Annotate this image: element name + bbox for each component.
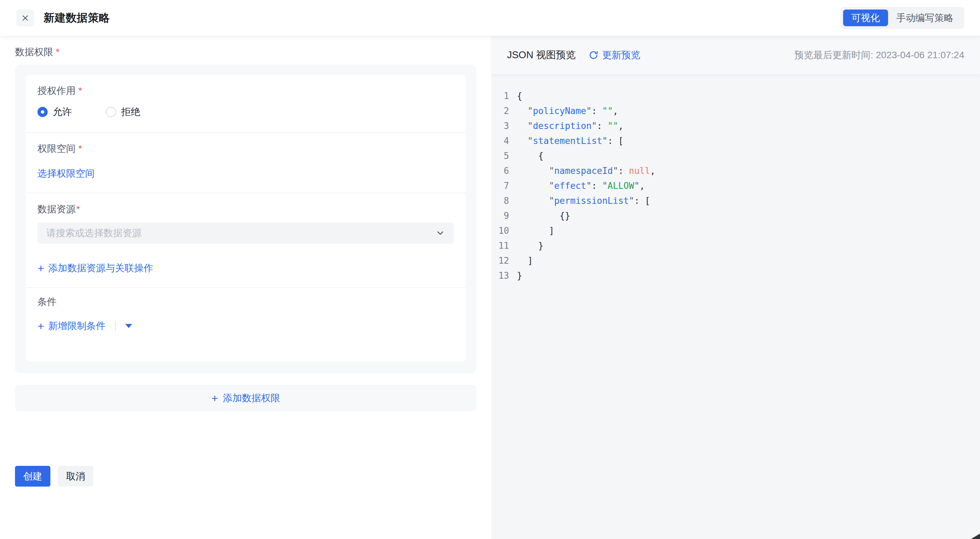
line-number: 8	[492, 193, 509, 208]
required-asterisk: *	[76, 204, 80, 214]
close-icon	[21, 14, 30, 22]
required-asterisk: *	[56, 47, 60, 57]
vertical-divider	[115, 321, 116, 331]
plus-icon: +	[37, 263, 44, 274]
refresh-preview-link[interactable]: 更新预览	[589, 49, 640, 62]
main-area: 数据权限 * 授权作用 * 允许	[0, 36, 980, 539]
json-code: 1{2 "policyName": "",3 "description": ""…	[492, 74, 980, 539]
add-resource-link[interactable]: + 添加数据资源与关联操作	[37, 263, 153, 274]
code-line: 5 {	[492, 148, 980, 163]
radio-allow-label: 允许	[53, 106, 72, 119]
mode-toggle: 可视化 手动编写策略	[840, 7, 964, 29]
radio-deny[interactable]: 拒绝	[106, 106, 140, 119]
caret-down-icon[interactable]	[125, 324, 132, 328]
chevron-down-icon	[436, 228, 445, 238]
code-text: {	[517, 148, 544, 163]
code-line: 1{	[492, 89, 980, 103]
json-preview-pane: JSON 视图预览 更新预览 预览最后更新时间: 2023-04-06 21:0…	[492, 36, 980, 539]
line-number: 7	[492, 178, 509, 193]
line-number: 9	[492, 208, 509, 223]
resource-label: 数据资源 *	[37, 204, 454, 214]
required-asterisk: *	[78, 86, 82, 96]
code-line: 10 ]	[492, 223, 980, 238]
code-line: 6 "namespaceId": null,	[492, 163, 980, 178]
section-condition: 条件 + 新增限制条件	[26, 288, 466, 361]
close-button[interactable]	[16, 10, 34, 27]
mode-visual-button[interactable]: 可视化	[843, 10, 888, 26]
line-number: 1	[492, 89, 509, 103]
line-number: 2	[492, 103, 509, 119]
add-permission-button[interactable]: + 添加数据权限	[15, 385, 476, 411]
add-resource-link-label: 添加数据资源与关联操作	[48, 263, 153, 274]
permission-card: 授权作用 * 允许 拒绝	[15, 65, 476, 373]
code-text: "effect": "ALLOW",	[517, 178, 645, 193]
statement-card: 授权作用 * 允许 拒绝	[26, 75, 466, 361]
required-asterisk: *	[78, 144, 82, 154]
code-line: 8 "permissionList": [	[492, 193, 980, 208]
section-namespace: 权限空间 * 选择权限空间	[26, 133, 466, 193]
code-line: 3 "description": "",	[492, 119, 980, 133]
resource-select-placeholder: 请搜索或选择数据资源	[46, 227, 436, 239]
cursor-artifact	[971, 534, 980, 539]
top-bar: 新建数据策略 可视化 手动编写策略	[0, 0, 980, 36]
effect-label-text: 授权作用	[37, 86, 76, 96]
add-permission-label: 添加数据权限	[223, 392, 280, 404]
condition-label-text: 条件	[37, 297, 57, 307]
resource-select[interactable]: 请搜索或选择数据资源	[37, 222, 454, 244]
group-label-data-permission: 数据权限 *	[15, 47, 476, 57]
add-condition-link-label: 新增限制条件	[48, 320, 105, 331]
code-text: {	[517, 89, 522, 103]
plus-icon: +	[37, 320, 44, 331]
code-text: ]	[517, 223, 554, 238]
code-text: "namespaceId": null,	[517, 163, 655, 178]
add-resource-row: + 添加数据资源与关联操作	[37, 263, 454, 274]
policy-form-pane: 数据权限 * 授权作用 * 允许	[0, 36, 492, 539]
add-condition-link[interactable]: + 新增限制条件	[37, 320, 105, 331]
namespace-label-text: 权限空间	[37, 144, 76, 154]
radio-deny-label: 拒绝	[121, 106, 140, 119]
radio-unselected-icon	[106, 107, 116, 117]
line-number: 5	[492, 148, 509, 163]
condition-add-row: + 新增限制条件	[37, 320, 454, 331]
code-text: }	[517, 268, 522, 283]
code-text: "description": "",	[517, 119, 624, 133]
app-window: 新建数据策略 可视化 手动编写策略 数据权限 * 授权作用 *	[0, 0, 980, 539]
radio-allow[interactable]: 允许	[37, 106, 72, 119]
code-line: 12 ]	[492, 253, 980, 268]
code-line: 13}	[492, 268, 980, 283]
condition-label: 条件	[37, 297, 454, 307]
mode-manual-button[interactable]: 手动编写策略	[888, 10, 962, 26]
line-number: 12	[492, 253, 509, 268]
code-text: "policyName": "",	[517, 103, 618, 119]
effect-label: 授权作用 *	[37, 86, 454, 96]
code-line: 7 "effect": "ALLOW",	[492, 178, 980, 193]
line-number: 11	[492, 238, 509, 253]
create-button[interactable]: 创建	[15, 466, 50, 487]
select-namespace-link[interactable]: 选择权限空间	[37, 168, 95, 179]
section-resource: 数据资源 * 请搜索或选择数据资源 + 添加数据资源	[26, 193, 466, 288]
line-number: 6	[492, 163, 509, 178]
plus-icon: +	[212, 393, 218, 404]
line-number: 4	[492, 133, 509, 148]
cancel-button[interactable]: 取消	[58, 466, 93, 487]
line-number: 10	[492, 223, 509, 238]
code-line: 11 }	[492, 238, 980, 253]
code-text: ]	[517, 253, 533, 268]
page-title: 新建数据策略	[44, 11, 110, 25]
line-number: 3	[492, 119, 509, 133]
effect-radio-group: 允许 拒绝	[37, 106, 454, 119]
radio-selected-icon	[37, 107, 48, 117]
refresh-icon	[589, 50, 599, 60]
last-updated-text: 预览最后更新时间: 2023-04-06 21:07:24	[794, 49, 964, 62]
code-line: 9 {}	[492, 208, 980, 223]
form-actions: 创建 取消	[15, 466, 476, 487]
code-line: 4 "statementList": [	[492, 133, 980, 148]
code-text: "permissionList": [	[517, 193, 650, 208]
preview-title: JSON 视图预览	[507, 48, 576, 62]
resource-label-text: 数据资源	[37, 204, 76, 214]
code-text: }	[517, 238, 544, 253]
line-number: 13	[492, 268, 509, 283]
refresh-link-label: 更新预览	[602, 49, 640, 62]
section-effect: 授权作用 * 允许 拒绝	[26, 75, 466, 133]
namespace-label: 权限空间 *	[37, 144, 454, 154]
